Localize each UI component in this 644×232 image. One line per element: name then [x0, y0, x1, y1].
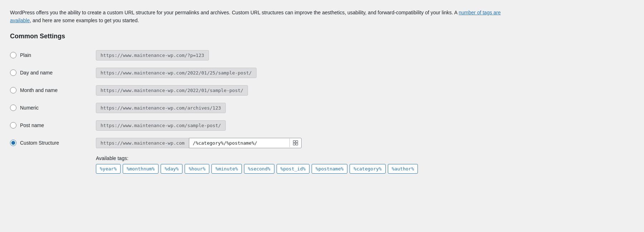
browse-icon [293, 140, 298, 146]
option-label-plain: Plain [10, 52, 89, 58]
label-post-name[interactable]: Post name [20, 122, 44, 128]
label-month-and-name[interactable]: Month and name [20, 87, 58, 93]
radio-numeric[interactable] [10, 105, 16, 111]
option-row-numeric: Numeric https://www.maintenance-wp.com/a… [10, 99, 634, 117]
tag-button-5[interactable]: %second% [244, 164, 274, 174]
radio-plain[interactable] [10, 52, 16, 58]
tag-button-0[interactable]: %year% [96, 164, 121, 174]
option-label-day-and-name: Day and name [10, 69, 89, 76]
description-text: WordPress offers you the ability to crea… [10, 9, 511, 25]
available-tags-section: Available tags: %year%%monthnum%%day%%ho… [96, 155, 634, 174]
tags-row: %year%%monthnum%%day%%hour%%minute%%seco… [96, 164, 634, 174]
svg-rect-3 [296, 143, 298, 145]
tag-button-1[interactable]: %monthnum% [123, 164, 158, 174]
label-custom-structure[interactable]: Custom Structure [20, 140, 59, 146]
option-label-post-name: Post name [10, 122, 89, 129]
custom-url-row: https://www.maintenance-wp.com [96, 138, 302, 148]
available-tags-label: Available tags: [96, 155, 634, 161]
radio-day-and-name[interactable] [10, 69, 16, 76]
url-display-plain: https://www.maintenance-wp.com/?p=123 [96, 50, 209, 61]
label-day-and-name[interactable]: Day and name [20, 70, 53, 76]
option-label-numeric: Numeric [10, 105, 89, 111]
option-row-post-name: Post name https://www.maintenance-wp.com… [10, 117, 634, 134]
option-label-custom-structure: Custom Structure [10, 140, 89, 146]
tag-button-3[interactable]: %hour% [185, 164, 209, 174]
custom-base-url: https://www.maintenance-wp.com [96, 138, 189, 148]
tag-button-6[interactable]: %post_id% [277, 164, 309, 174]
svg-rect-1 [296, 141, 298, 143]
tag-button-4[interactable]: %minute% [211, 164, 242, 174]
radio-custom-structure[interactable] [10, 140, 16, 146]
browse-icon-button[interactable] [289, 139, 301, 147]
svg-rect-2 [293, 143, 295, 145]
label-plain[interactable]: Plain [20, 52, 31, 58]
svg-rect-0 [293, 141, 295, 143]
custom-input-wrapper [189, 138, 302, 148]
option-label-month-and-name: Month and name [10, 87, 89, 93]
tag-button-7[interactable]: %postname% [312, 164, 347, 174]
url-display-post-name: https://www.maintenance-wp.com/sample-po… [96, 120, 226, 131]
section-title: Common Settings [10, 33, 634, 40]
custom-structure-input[interactable] [189, 138, 289, 148]
radio-post-name[interactable] [10, 122, 16, 129]
option-row-day-and-name: Day and name https://www.maintenance-wp.… [10, 64, 634, 82]
option-row-month-and-name: Month and name https://www.maintenance-w… [10, 82, 634, 99]
permalink-options: Plain https://www.maintenance-wp.com/?p=… [10, 47, 634, 174]
tag-button-2[interactable]: %day% [161, 164, 182, 174]
url-display-numeric: https://www.maintenance-wp.com/archives/… [96, 103, 226, 113]
label-numeric[interactable]: Numeric [20, 105, 39, 111]
tag-button-8[interactable]: %category% [350, 164, 385, 174]
url-display-month-and-name: https://www.maintenance-wp.com/2022/01/s… [96, 85, 248, 96]
url-display-day-and-name: https://www.maintenance-wp.com/2022/01/2… [96, 68, 257, 78]
radio-month-and-name[interactable] [10, 87, 16, 93]
option-row-custom-structure: Custom Structure https://www.maintenance… [10, 134, 634, 152]
tag-button-9[interactable]: %author% [388, 164, 418, 174]
option-row-plain: Plain https://www.maintenance-wp.com/?p=… [10, 47, 634, 64]
